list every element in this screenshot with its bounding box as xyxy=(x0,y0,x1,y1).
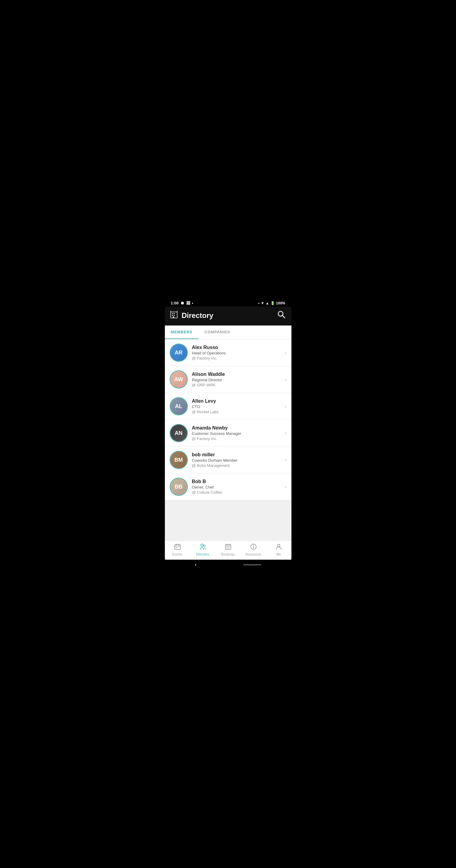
svg-rect-2 xyxy=(174,313,175,314)
photo-icon: 🖼 xyxy=(186,301,190,305)
dot-indicator: • xyxy=(192,301,193,305)
nav-item-directory[interactable]: Directory xyxy=(190,543,215,556)
member-info: Bob B Owner, Chef @ Culture Coffee xyxy=(192,479,281,495)
member-info: bob miller Coworks Durham Member @ Bobs … xyxy=(192,452,281,468)
member-name: Bob B xyxy=(192,479,281,484)
events-nav-icon xyxy=(174,543,181,552)
nav-item-bookings[interactable]: Bookings xyxy=(215,543,241,556)
avatar: AR xyxy=(170,344,188,362)
tab-members[interactable]: MEMBERS xyxy=(165,326,199,339)
avatar-initials: AN xyxy=(170,425,187,441)
svg-rect-1 xyxy=(172,313,173,314)
svg-rect-3 xyxy=(172,315,173,316)
member-role: Customer Success Manager xyxy=(192,431,281,436)
main-content: MEMBERS COMPANIES AR Alex Russo Head of … xyxy=(165,326,292,540)
phone-frame: 1:00 ⏺ 🖼 • • ▼ ▲ 🔋 100% xyxy=(165,299,292,569)
svg-rect-4 xyxy=(174,315,175,316)
svg-rect-24 xyxy=(226,548,227,549)
member-company: @ Bobs Management xyxy=(192,463,281,468)
events-nav-label: Events xyxy=(173,553,183,556)
time-display: 1:00 xyxy=(171,301,179,305)
back-button[interactable]: ‹ xyxy=(195,561,197,568)
chevron-right-icon: › xyxy=(285,484,286,490)
resources-nav-icon xyxy=(250,543,257,552)
bottom-nav: Events Directory Bookings Resources Me xyxy=(165,540,292,560)
member-name: Allen Levy xyxy=(192,398,281,404)
list-item[interactable]: AR Alex Russo Head of Operations @ Facto… xyxy=(165,339,292,366)
svg-line-9 xyxy=(282,315,285,318)
member-company: @ Factory Inc. xyxy=(192,436,281,441)
status-right: • ▼ ▲ 🔋 100% xyxy=(258,301,285,305)
svg-point-16 xyxy=(204,545,205,547)
nav-item-events[interactable]: Events xyxy=(165,543,190,556)
member-name: Alex Russo xyxy=(192,345,281,350)
nav-item-me[interactable]: Me xyxy=(266,543,292,556)
bookings-nav-icon xyxy=(224,543,232,552)
header-left: Directory xyxy=(170,311,213,320)
list-item[interactable]: AL Allen Levy CTO @ Rocket Labs › xyxy=(165,393,292,420)
list-item[interactable]: BB Bob B Owner, Chef @ Culture Coffee › xyxy=(165,473,292,500)
me-nav-label: Me xyxy=(276,553,281,556)
chevron-right-icon: › xyxy=(285,457,286,463)
search-button[interactable] xyxy=(277,310,285,321)
avatar: BB xyxy=(170,478,188,496)
directory-nav-label: Directory xyxy=(196,553,209,556)
svg-point-15 xyxy=(201,544,203,547)
avatar-initials: BB xyxy=(170,478,187,495)
spotify-icon: ⏺ xyxy=(181,301,184,305)
signal-icon: ▲ xyxy=(266,301,269,305)
bookings-nav-label: Bookings xyxy=(221,553,235,556)
chevron-right-icon: › xyxy=(285,376,286,383)
svg-rect-10 xyxy=(175,545,180,550)
avatar: AW xyxy=(170,370,188,389)
me-nav-icon xyxy=(275,543,282,552)
battery-icon: 🔋 xyxy=(270,301,275,305)
svg-rect-25 xyxy=(228,548,229,549)
list-item[interactable]: AN Amanda Newby Customer Success Manager… xyxy=(165,420,292,447)
list-item[interactable]: BM bob miller Coworks Durham Member @ Bo… xyxy=(165,447,292,473)
chevron-right-icon: › xyxy=(285,430,286,436)
avatar-initials: AW xyxy=(170,371,187,388)
member-info: Amanda Newby Customer Success Manager @ … xyxy=(192,425,281,441)
svg-rect-5 xyxy=(173,316,174,318)
member-info: Alex Russo Head of Operations @ Factory … xyxy=(192,345,281,361)
tabs: MEMBERS COMPANIES xyxy=(165,326,292,339)
app-header: Directory xyxy=(165,307,292,326)
member-role: Regional Director xyxy=(192,378,281,382)
member-company: @ Rocket Labs xyxy=(192,410,281,414)
member-company: @ GRP WRK xyxy=(192,383,281,387)
member-role: CTO xyxy=(192,404,281,409)
avatar-initials: BM xyxy=(170,452,187,468)
avatar-initials: AL xyxy=(170,398,187,415)
member-name: Amanda Newby xyxy=(192,425,281,431)
member-name: bob miller xyxy=(192,452,281,458)
status-left: 1:00 ⏺ 🖼 • xyxy=(171,301,193,305)
svg-rect-23 xyxy=(229,547,230,548)
member-company: @ Factory Inc. xyxy=(192,356,281,361)
page-title: Directory xyxy=(182,311,213,320)
wifi-icon: ▼ xyxy=(261,301,264,305)
svg-rect-14 xyxy=(176,547,177,548)
member-role: Head of Operations xyxy=(192,351,281,355)
nav-item-resources[interactable]: Resources xyxy=(241,543,266,556)
svg-point-29 xyxy=(278,544,280,547)
member-role: Coworks Durham Member xyxy=(192,458,281,463)
svg-rect-22 xyxy=(228,547,229,548)
avatar-initials: AR xyxy=(170,344,187,361)
tab-companies[interactable]: COMPANIES xyxy=(199,326,236,339)
battery-level: 100% xyxy=(276,301,285,305)
status-bar: 1:00 ⏺ 🖼 • • ▼ ▲ 🔋 100% xyxy=(165,299,292,307)
member-company: @ Culture Coffee xyxy=(192,490,281,495)
member-info: Allen Levy CTO @ Rocket Labs xyxy=(192,398,281,414)
home-indicator[interactable] xyxy=(243,564,261,565)
chevron-right-icon: › xyxy=(285,403,286,410)
members-list: AR Alex Russo Head of Operations @ Facto… xyxy=(165,339,292,540)
list-item[interactable]: AW Alison Waddle Regional Director @ GRP… xyxy=(165,366,292,393)
member-name: Alison Waddle xyxy=(192,372,281,377)
avatar: AL xyxy=(170,397,188,415)
resources-nav-label: Resources xyxy=(245,553,261,556)
member-role: Owner, Chef xyxy=(192,485,281,490)
member-info: Alison Waddle Regional Director @ GRP WR… xyxy=(192,372,281,387)
svg-rect-21 xyxy=(226,547,227,548)
dot-small: • xyxy=(258,301,260,305)
